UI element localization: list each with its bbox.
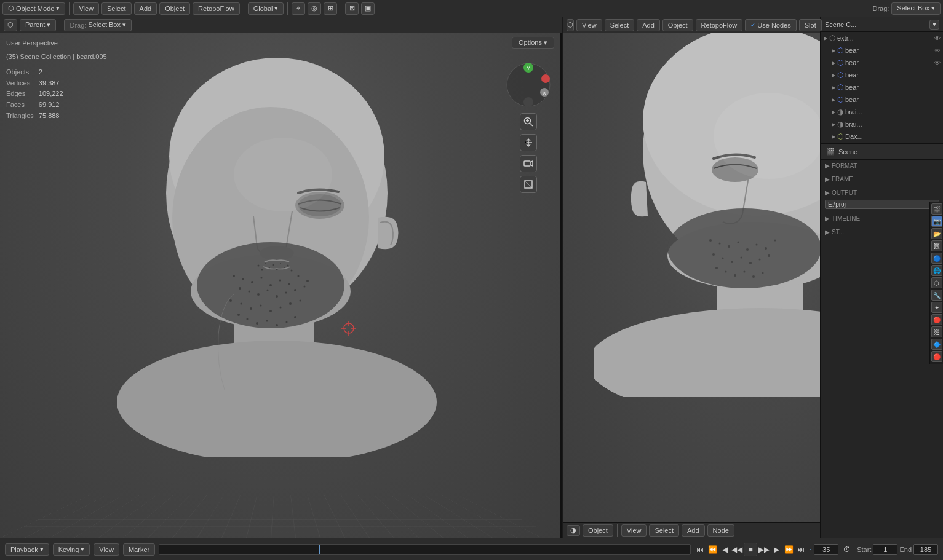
camera-btn[interactable] [520,155,537,172]
play-reverse-btn[interactable]: ◀◀ [731,544,742,555]
snap-btn[interactable]: ⊞ [324,2,337,15]
output-path[interactable]: E:\proj [825,200,939,209]
stop-btn[interactable]: ■ [744,543,757,556]
use-nodes-btn[interactable]: ✓ Use Nodes [745,19,796,31]
bear-4-label: bear [845,84,859,91]
frame-section: ▶ Frame [821,173,943,187]
svg-point-27 [229,299,232,302]
stamps-section: ▶ St... [821,226,943,240]
rv-select-btn[interactable]: Select [649,524,679,537]
outliner-item-brai-2[interactable]: ▶ ◑ brai... [821,118,943,130]
jump-start-btn[interactable]: ⏮ [694,544,706,555]
rv-view-btn[interactable]: View [621,524,647,537]
frame-title[interactable]: ▶ Frame [825,176,939,183]
svg-point-19 [239,287,241,290]
marker-menu-btn[interactable]: Marker [123,543,155,556]
xray-btn[interactable]: ▣ [361,2,375,15]
object-label-btn[interactable]: Object [583,524,613,537]
parent-btn[interactable]: Parent ▾ [20,19,56,31]
shading-circle-btn[interactable]: ◑ [567,525,580,536]
right-select-btn[interactable]: Select [605,19,635,31]
eye-icon-3[interactable]: 👁 [934,60,941,66]
scene-icon-tab[interactable]: 🎬 [931,203,942,215]
world-icon-tab[interactable]: 🌐 [931,265,942,276]
outliner-item-bear-2[interactable]: ▶ ⬡ bear 👁 [821,57,943,69]
render-icon-tab[interactable]: 📷 [931,216,942,227]
svg-point-34 [300,300,301,302]
jump-end-btn[interactable]: ⏭ [795,544,806,555]
material-icon-tab[interactable]: 🔴 [931,351,942,362]
timeline-title[interactable]: ▶ Timeline [825,215,939,222]
transform-space-btn[interactable]: Global ▾ [248,2,284,15]
scene-props-icon-tab[interactable]: 🔵 [931,253,942,264]
eye-icon[interactable]: 👁 [934,35,941,42]
outliner-item-bear-1[interactable]: ▶ ⬡ bear 👁 [821,44,943,57]
filter-icon[interactable]: ▼ [929,20,939,30]
select-menu-btn[interactable]: Select [101,2,132,15]
modifier-icon-tab[interactable]: 🔧 [931,290,942,301]
overlay-btn[interactable]: ⊠ [345,2,359,15]
output-icon-tab[interactable]: 📂 [931,228,942,239]
prev-keyframe-btn[interactable]: ◀ [719,544,730,555]
zoom-btn[interactable] [520,113,537,130]
ortho-btn[interactable] [520,176,537,193]
right-add-btn[interactable]: Add [637,19,660,31]
view-menu-btn[interactable]: View [73,2,99,15]
outliner-item-extr[interactable]: ▶ ⬡ extr... 👁 [821,32,943,44]
particles-icon-tab[interactable]: ✦ [931,302,942,313]
timeline-view-btn[interactable]: View [94,543,119,556]
svg-point-96 [734,274,736,277]
select-box-btn[interactable]: Select Box ▾ [891,2,941,15]
outliner-item-bear-4[interactable]: ▶ ⬡ bear [821,81,943,93]
dax-icon: ⬡ [837,132,843,141]
pan-btn[interactable] [520,134,537,151]
end-frame-input[interactable] [913,544,938,555]
playback-menu-btn[interactable]: Playback ▾ [5,543,49,556]
magnet-btn[interactable]: ⌖ [292,2,305,15]
outliner-item-brai-1[interactable]: ▶ ◑ brai... [821,106,943,118]
play-btn[interactable]: ▶▶ [758,544,770,555]
svg-point-29 [250,307,252,310]
proportional-btn[interactable]: ◎ [308,2,321,15]
right-mode-btn[interactable]: ⬡ [567,19,574,31]
timeline-scrubber[interactable] [159,544,691,555]
retopoflow-menu-btn[interactable]: RetopoFlow [193,2,240,15]
outliner-item-bear-3[interactable]: ▶ ⬡ bear [821,69,943,81]
step-forward-btn[interactable]: ⏩ [783,544,794,555]
next-keyframe-btn[interactable]: ▶ [771,544,782,555]
keying-menu-btn[interactable]: Keying ▾ [53,543,90,556]
step-back-btn[interactable]: ⏪ [707,544,718,555]
viewport-canvas[interactable]: User Perspective (35) Scene Collection |… [0,33,560,538]
drag-select-btn[interactable]: Drag: Select Box ▾ [64,19,132,31]
outliner-item-bear-5[interactable]: ▶ ⬡ bear [821,93,943,106]
right-viewport-toolbar: ⬡ View Select Add Object RetopoFlow ✓ Us… [563,17,820,33]
separator-2 [244,2,244,15]
start-frame-input[interactable] [873,544,897,555]
add-menu-btn[interactable]: Add [134,2,157,15]
object-props-icon-tab[interactable]: ⬡ [931,277,942,288]
physics-icon-tab[interactable]: 🔴 [931,314,942,325]
rv-add-btn[interactable]: Add [682,524,705,537]
navigation-gizmo[interactable]: Y X [504,60,553,109]
right-retopoflow-btn[interactable]: RetopoFlow [696,19,743,31]
constraints-icon-tab[interactable]: ⛓ [931,326,942,337]
right-node-btn[interactable]: Object [662,19,693,31]
svg-point-82 [738,242,739,243]
format-title[interactable]: ▶ Format [825,162,939,169]
mode-icon-btn[interactable]: ⬡ [4,19,17,31]
slot-btn[interactable]: Slot [799,19,822,31]
output-title[interactable]: ▶ Output [825,189,939,196]
view-layer-icon-tab[interactable]: 🖼 [931,240,942,251]
options-button[interactable]: Options ▾ [512,37,554,49]
object-menu-btn[interactable]: Object [159,2,190,15]
right-view-btn[interactable]: View [576,19,602,31]
data-icon-tab[interactable]: 🔷 [931,339,942,350]
svg-point-26 [304,286,306,288]
separator-3 [287,2,288,15]
object-mode-btn[interactable]: ⬡ Object Mode ▾ [2,2,65,15]
rv-node-btn[interactable]: Node [707,524,734,537]
outliner-item-dax[interactable]: ▶ ⬡ Dax... [821,130,943,143]
stamps-title[interactable]: ▶ St... [825,229,939,235]
current-frame-input[interactable] [814,544,838,555]
eye-icon-2[interactable]: 👁 [934,47,941,54]
